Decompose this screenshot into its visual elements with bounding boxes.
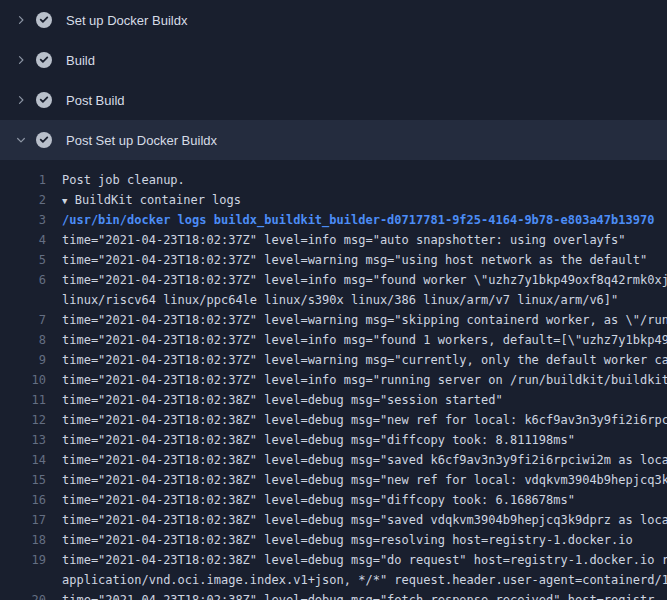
step-header-set-up-docker-buildx[interactable]: Set up Docker Buildx — [0, 0, 667, 40]
step-header-build[interactable]: Build — [0, 40, 667, 80]
group-toggle-icon[interactable]: ▼ — [62, 191, 73, 210]
log-row: 8time="2021-04-23T18:02:37Z" level=info … — [0, 330, 667, 350]
log-row: 2▼ BuildKit container logs — [0, 190, 667, 210]
line-number[interactable]: 15 — [0, 470, 46, 490]
chevron-right-icon — [12, 52, 30, 68]
line-number[interactable]: 6 — [0, 270, 46, 290]
chevron-right-icon — [12, 12, 30, 28]
line-number[interactable]: 10 — [0, 370, 46, 390]
log-text: time="2021-04-23T18:02:37Z" level=info m… — [62, 230, 626, 250]
log-row: 14time="2021-04-23T18:02:38Z" level=debu… — [0, 450, 667, 470]
line-number[interactable]: 17 — [0, 510, 46, 530]
log-row: 1Post job cleanup. — [0, 170, 667, 190]
step-label: Build — [66, 53, 95, 68]
log-row: linux/riscv64 linux/ppc64le linux/s390x … — [0, 290, 667, 310]
log-row: 7time="2021-04-23T18:02:37Z" level=warni… — [0, 310, 667, 330]
line-number[interactable]: 13 — [0, 430, 46, 450]
line-number[interactable]: 8 — [0, 330, 46, 350]
log-row: 10time="2021-04-23T18:02:37Z" level=info… — [0, 370, 667, 390]
line-number[interactable]: 3 — [0, 210, 46, 230]
log-row: 3/usr/bin/docker logs buildx_buildkit_bu… — [0, 210, 667, 230]
step-header-post-set-up-docker-buildx[interactable]: Post Set up Docker Buildx — [0, 120, 667, 160]
log-row: 17time="2021-04-23T18:02:38Z" level=debu… — [0, 510, 667, 530]
check-circle-icon — [36, 132, 52, 148]
workflow-log-console: Set up Docker Buildx Build Post Build Po… — [0, 0, 667, 600]
log-text: time="2021-04-23T18:02:38Z" level=debug … — [62, 450, 667, 470]
log-row: 19time="2021-04-23T18:02:38Z" level=debu… — [0, 550, 667, 570]
log-row: 15time="2021-04-23T18:02:38Z" level=debu… — [0, 470, 667, 490]
line-number[interactable]: 14 — [0, 450, 46, 470]
log-row: 20time="2021-04-23T18:02:38Z" level=debu… — [0, 590, 667, 600]
log-row: 9time="2021-04-23T18:02:37Z" level=warni… — [0, 350, 667, 370]
check-circle-icon — [36, 12, 52, 28]
log-text: Post job cleanup. — [62, 170, 185, 190]
line-number[interactable]: 11 — [0, 390, 46, 410]
log-text: time="2021-04-23T18:02:37Z" level=warnin… — [62, 250, 647, 270]
log-row: 12time="2021-04-23T18:02:38Z" level=debu… — [0, 410, 667, 430]
log-text: time="2021-04-23T18:02:38Z" level=debug … — [62, 410, 667, 430]
log-row: 4time="2021-04-23T18:02:37Z" level=info … — [0, 230, 667, 250]
chevron-down-icon — [12, 132, 30, 148]
log-text: time="2021-04-23T18:02:37Z" level=warnin… — [62, 310, 667, 330]
log-command-text: /usr/bin/docker logs buildx_buildkit_bui… — [62, 210, 654, 230]
log-text: time="2021-04-23T18:02:38Z" level=debug … — [62, 530, 633, 550]
line-number[interactable]: 1 — [0, 170, 46, 190]
log-text: time="2021-04-23T18:02:38Z" level=debug … — [62, 550, 667, 570]
line-number[interactable]: 5 — [0, 250, 46, 270]
line-number[interactable]: 18 — [0, 530, 46, 550]
log-row: application/vnd.oci.image.index.v1+json,… — [0, 570, 667, 590]
log-text: time="2021-04-23T18:02:38Z" level=debug … — [62, 390, 503, 410]
log-text: time="2021-04-23T18:02:37Z" level=info m… — [62, 330, 667, 350]
line-number[interactable] — [0, 290, 46, 310]
chevron-right-icon — [12, 92, 30, 108]
line-number[interactable] — [0, 570, 46, 590]
log-lines: 1Post job cleanup.2▼ BuildKit container … — [0, 160, 667, 600]
line-number[interactable]: 7 — [0, 310, 46, 330]
line-number[interactable]: 20 — [0, 590, 46, 600]
log-text: time="2021-04-23T18:02:37Z" level=info m… — [62, 270, 667, 290]
log-text: time="2021-04-23T18:02:38Z" level=debug … — [62, 490, 575, 510]
log-text: time="2021-04-23T18:02:38Z" level=debug … — [62, 510, 667, 530]
log-text: time="2021-04-23T18:02:37Z" level=info m… — [62, 370, 667, 390]
log-row: 5time="2021-04-23T18:02:37Z" level=warni… — [0, 250, 667, 270]
log-row: 13time="2021-04-23T18:02:38Z" level=debu… — [0, 430, 667, 450]
line-number[interactable]: 9 — [0, 350, 46, 370]
log-text: time="2021-04-23T18:02:38Z" level=debug … — [62, 590, 654, 600]
step-label: Post Build — [66, 93, 125, 108]
log-text: application/vnd.oci.image.index.v1+json,… — [62, 570, 667, 590]
log-row: 16time="2021-04-23T18:02:38Z" level=debu… — [0, 490, 667, 510]
check-circle-icon — [36, 52, 52, 68]
log-text: ▼ BuildKit container logs — [62, 190, 241, 210]
log-row: 18time="2021-04-23T18:02:38Z" level=debu… — [0, 530, 667, 550]
log-text: linux/riscv64 linux/ppc64le linux/s390x … — [62, 290, 618, 310]
line-number[interactable]: 19 — [0, 550, 46, 570]
log-row: 11time="2021-04-23T18:02:38Z" level=debu… — [0, 390, 667, 410]
line-number[interactable]: 16 — [0, 490, 46, 510]
step-label: Post Set up Docker Buildx — [66, 133, 217, 148]
line-number[interactable]: 4 — [0, 230, 46, 250]
log-text: time="2021-04-23T18:02:38Z" level=debug … — [62, 470, 667, 490]
line-number[interactable]: 2 — [0, 190, 46, 210]
log-text: time="2021-04-23T18:02:37Z" level=warnin… — [62, 350, 667, 370]
log-row: 6time="2021-04-23T18:02:37Z" level=info … — [0, 270, 667, 290]
line-number[interactable]: 12 — [0, 410, 46, 430]
check-circle-icon — [36, 92, 52, 108]
log-text: time="2021-04-23T18:02:38Z" level=debug … — [62, 430, 575, 450]
step-header-post-build[interactable]: Post Build — [0, 80, 667, 120]
step-label: Set up Docker Buildx — [66, 13, 187, 28]
